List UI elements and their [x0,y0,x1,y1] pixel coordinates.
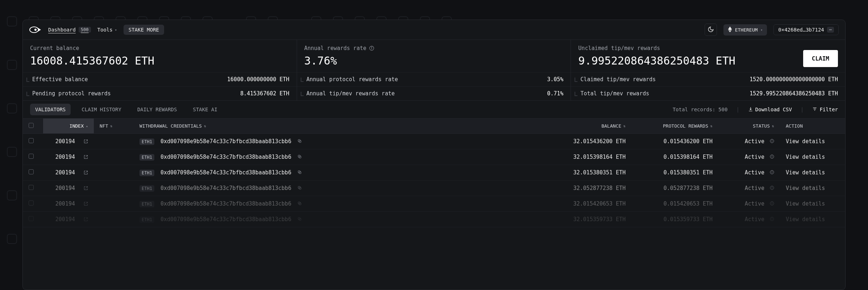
filter-button[interactable]: Filter [812,107,838,113]
th-nft[interactable]: NFT⇅ [94,119,134,134]
svg-point-36 [772,140,772,140]
rate-value: 3.76% [304,54,375,67]
cell-action[interactable]: View details [780,165,845,181]
cell-index: 200194 [43,196,94,212]
tab[interactable]: CLAIM HISTORY [76,104,126,115]
tab[interactable]: STAKE AI [188,104,222,115]
claim-button[interactable]: CLAIM [803,50,838,67]
network-selector[interactable]: ETHEREUM ▾ [723,24,767,36]
cell-action[interactable]: View details [780,134,845,149]
info-icon[interactable] [770,217,774,221]
cell-rewards: 0.015436200 ETH [631,134,718,149]
balance-label: Current balance [30,45,154,51]
cell-balance: 32.015380351 ETH [544,165,631,181]
cell-checkbox[interactable] [23,149,43,165]
metric-subrow: Claimed tip/mev rewards 1520.00000000000… [571,72,845,86]
th-index[interactable]: INDEX▴ [43,119,94,134]
copy-icon[interactable] [297,186,302,190]
th-balance[interactable]: BALANCE⇅ [544,119,631,134]
cell-rewards: 0.015380351 ETH [631,165,718,181]
th-protocol[interactable]: PROTOCOL REWARDS⇅ [631,119,718,134]
wallet-address[interactable]: 0×4268ed…3b7124 ⋯ [773,24,839,35]
tab[interactable]: VALIDATORS [30,104,71,115]
nav-dashboard[interactable]: Dashboard 500 [48,27,91,33]
external-link-icon[interactable] [84,217,88,221]
cell-index: 200194 [43,134,94,149]
balance-value: 16008.415367602 ETH [30,54,154,67]
external-link-icon[interactable] [84,202,88,206]
subrow-key: Pending protocol rewards [30,90,111,97]
tab[interactable]: DAILY REWARDS [132,104,182,115]
cell-checkbox[interactable] [23,181,43,196]
download-csv[interactable]: Download CSV [748,107,792,113]
sort-icon: ⇅ [772,124,774,128]
th-withdrawal[interactable]: WITHDRAWAL CREDENTIALS⇅ [134,119,544,134]
th-status[interactable]: STATUS⇅ [718,119,780,134]
copy-icon[interactable] [297,154,302,159]
eth1-badge: ETH1 [139,216,154,223]
unclaimed-value: 9.995220864386250483 ETH [578,54,735,67]
wallet-address-text: 0×4268ed…3b7124 [778,27,824,33]
cell-checkbox[interactable] [23,134,43,149]
checkbox-icon [29,169,34,174]
cell-rewards: 0.015359733 ETH [631,212,718,227]
cell-balance: 32.015420653 ETH [544,196,631,212]
info-icon[interactable] [770,154,774,159]
cell-withdrawal: ETH1 0xd007098e9b58e74c33c7bfbcd38baab81… [134,165,544,181]
cell-action[interactable]: View details [780,149,845,165]
cell-rewards: 0.015398164 ETH [631,149,718,165]
svg-rect-23 [7,234,17,244]
external-link-icon[interactable] [84,155,88,159]
subrow-key: Total tip/mev rewards [578,90,649,97]
table-row: 200194 ETH1 0xd007098e9b58e74c33c7bfbcd3… [23,149,845,165]
card-rate: Annual rewards rate 3.76% Annual protoco… [297,40,571,101]
cell-checkbox[interactable] [23,165,43,181]
cell-balance: 32.052877238 ETH [544,181,631,196]
rate-label: Annual rewards rate [304,45,375,51]
th-checkbox[interactable] [23,119,43,134]
subrow-key: Claimed tip/mev rewards [578,76,656,83]
cell-index: 200194 [43,181,94,196]
metric-subrow: Total tip/mev rewards 1529.9952208643862… [571,86,845,100]
cell-status: Active [718,181,780,196]
card-balance: Current balance 16008.415367602 ETH Effe… [23,40,297,101]
cell-checkbox[interactable] [23,212,43,227]
table-row: 200194 ETH1 0xd007098e9b58e74c33c7bfbcd3… [23,181,845,196]
checkbox-icon [29,154,34,159]
cell-balance: 32.015398164 ETH [544,149,631,165]
info-icon[interactable] [770,170,774,174]
cell-action[interactable]: View details [780,196,845,212]
subrow-value: 16000.000000000 ETH [227,76,289,83]
info-icon[interactable] [770,139,774,143]
eth1-badge: ETH1 [139,170,154,176]
checkbox-icon [29,185,34,190]
metrics-row: Current balance 16008.415367602 ETH Effe… [23,40,845,101]
cell-action[interactable]: View details [780,181,845,196]
validators-table: INDEX▴ NFT⇅ WITHDRAWAL CREDENTIALS⇅ BALA… [23,119,845,227]
chevron-down-icon: ▾ [760,28,763,32]
cell-nft [94,165,134,181]
copy-icon[interactable] [297,139,302,143]
theme-toggle[interactable] [705,24,717,36]
copy-icon[interactable] [297,217,302,221]
nav-dashboard-label: Dashboard [48,27,76,33]
cell-checkbox[interactable] [23,196,43,212]
svg-point-46 [772,171,772,171]
info-icon[interactable] [770,186,774,190]
table-row: 200194 ETH1 0xd007098e9b58e74c33c7bfbcd3… [23,196,845,212]
subrow-key: Annual tip/mev rewards rate [304,90,395,97]
copy-icon[interactable] [297,170,302,174]
stake-more-button[interactable]: STAKE MORE [124,25,164,35]
metric-subrow: Annual tip/mev rewards rate 0.71% [297,86,571,100]
copy-icon[interactable] [297,201,302,206]
cell-status: Active [718,134,780,149]
info-icon[interactable] [770,201,774,206]
nav-badge: 500 [79,27,91,33]
external-link-icon[interactable] [84,186,88,190]
cell-action[interactable]: View details [780,212,845,227]
nav-tools[interactable]: Tools ▾ [97,27,117,33]
unclaimed-label: Unclaimed tip/mev rewards [578,45,735,51]
external-link-icon[interactable] [84,139,88,144]
info-icon[interactable] [369,46,374,51]
external-link-icon[interactable] [84,170,88,175]
